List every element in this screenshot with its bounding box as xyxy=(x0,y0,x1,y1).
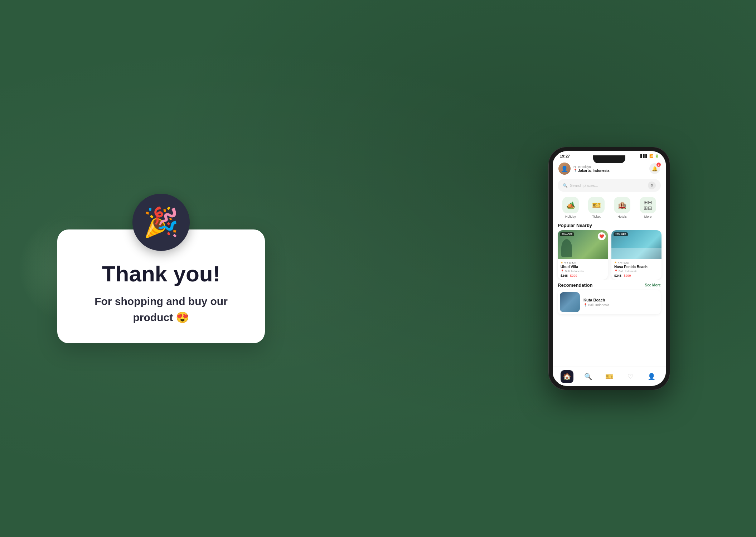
search-filter-icon[interactable]: ⚙ xyxy=(648,182,656,189)
card-price-nusa: $248 $299 xyxy=(614,274,659,277)
nav-favorites[interactable]: ♡ xyxy=(624,370,637,383)
more-label: More xyxy=(644,215,652,218)
party-icon-circle: 🎉 xyxy=(132,194,190,251)
phone-notch xyxy=(593,155,625,163)
ubud-tree-decoration xyxy=(561,239,572,257)
rec-info-kuta: Kuta Beach 📍 Bali, Indonesia xyxy=(583,298,659,307)
discount-badge-nusa: 20% OFF xyxy=(614,232,628,236)
categories: 🏕️ Holiday 🎫 Ticket 🏨 Hotels ⊞⊟⊞⊟ More xyxy=(553,194,666,221)
nav-tickets[interactable]: 🎫 xyxy=(603,370,616,383)
notification-bell[interactable]: 🔔 1 xyxy=(649,163,660,174)
card-rating-nusa: ★ 4.4 (532) xyxy=(614,261,659,264)
phone-screen: 19:27 ▋▋▋ 📶 🔋 👤 Hi, Brooklyn xyxy=(553,151,666,386)
card-ubud-villa[interactable]: 20% OFF ❤️ ★ 4.4 (532) Ubud Villa 📍 xyxy=(558,230,608,280)
more-icon: ⊞⊟⊞⊟ xyxy=(640,197,656,213)
see-more-button[interactable]: See More xyxy=(645,283,661,287)
star-icon-nusa: ★ xyxy=(614,261,617,264)
search-bar[interactable]: 🔍 Search places... ⚙ xyxy=(558,179,661,192)
party-emoji: 🎉 xyxy=(143,205,179,239)
signal-icon: ▋▋▋ xyxy=(640,154,648,158)
star-icon: ★ xyxy=(561,261,563,264)
card-info-ubud: ★ 4.4 (532) Ubud Villa 📍 Bali, Indonesia… xyxy=(558,259,608,280)
greeting-text: Hi, Brooklyn xyxy=(573,165,609,169)
card-nusa-penida[interactable]: 20% OFF ★ 4.4 (532) Nusa Penida Beach 📍 xyxy=(611,230,662,280)
battery-icon: 🔋 xyxy=(655,154,659,158)
thank-you-section: 🎉 Thank you! For shopping and buy our pr… xyxy=(57,194,265,343)
popular-nearby-title: Popular Nearby xyxy=(553,221,666,230)
card-original-price-ubud: $299 xyxy=(570,274,577,277)
nav-home[interactable]: 🏠 xyxy=(561,370,573,383)
category-more[interactable]: ⊞⊟⊞⊟ More xyxy=(640,197,656,218)
hotels-label: Hotels xyxy=(617,215,627,218)
discount-badge-ubud: 20% OFF xyxy=(560,232,574,236)
card-name-nusa: Nusa Penida Beach xyxy=(614,265,659,269)
ticket-icon: 🎫 xyxy=(588,197,605,213)
category-hotels[interactable]: 🏨 Hotels xyxy=(614,197,630,218)
wifi-icon: 📶 xyxy=(649,154,653,158)
status-icons: ▋▋▋ 📶 🔋 xyxy=(640,154,659,158)
holiday-icon: 🏕️ xyxy=(562,197,579,213)
recommendation-card-kuta[interactable]: Kuta Beach 📍 Bali, Indonesia xyxy=(558,290,661,314)
notification-badge: 1 xyxy=(656,163,661,167)
pin-icon-ubud: 📍 xyxy=(561,270,564,273)
card-image-nusa: 20% OFF xyxy=(611,230,662,259)
bottom-navigation: 🏠 🔍 🎫 ♡ 👤 xyxy=(553,367,666,386)
nusa-water-decoration xyxy=(611,248,662,259)
rec-name-kuta: Kuta Beach xyxy=(583,298,659,302)
favorite-button-ubud[interactable]: ❤️ xyxy=(598,232,606,240)
recommendation-title: Recomendation xyxy=(558,282,593,288)
nav-explore[interactable]: 🔍 xyxy=(582,370,595,383)
phone-section: 19:27 ▋▋▋ 📶 🔋 👤 Hi, Brooklyn xyxy=(548,147,670,390)
card-location-ubud: 📍 Bali, Indonesia xyxy=(561,270,605,273)
avatar: 👤 xyxy=(558,163,571,175)
rec-location-kuta: 📍 Bali, Indonesia xyxy=(583,303,659,307)
header-text: Hi, Brooklyn 📍 Jakarta, Indonesia xyxy=(573,165,609,173)
search-placeholder: Search places... xyxy=(570,183,646,188)
holiday-label: Holiday xyxy=(565,215,576,218)
category-holiday[interactable]: 🏕️ Holiday xyxy=(562,197,579,218)
search-icon: 🔍 xyxy=(563,183,568,188)
card-info-nusa: ★ 4.4 (532) Nusa Penida Beach 📍 Bali, In… xyxy=(611,259,662,280)
ticket-label: Ticket xyxy=(592,215,601,218)
pin-icon-nusa: 📍 xyxy=(614,270,618,273)
card-rating-ubud: ★ 4.4 (532) xyxy=(561,261,605,264)
phone-frame: 19:27 ▋▋▋ 📶 🔋 👤 Hi, Brooklyn xyxy=(548,147,670,390)
card-image-ubud: 20% OFF ❤️ xyxy=(558,230,608,259)
thank-you-subtitle: For shopping and buy our product 😍 xyxy=(79,293,243,325)
pin-icon-kuta: 📍 xyxy=(583,303,587,307)
header-left: 👤 Hi, Brooklyn 📍 Jakarta, Indonesia xyxy=(558,163,609,175)
location-text: 📍 Jakarta, Indonesia xyxy=(573,169,609,173)
app-content: 👤 Hi, Brooklyn 📍 Jakarta, Indonesia 🔔 1 xyxy=(553,160,666,384)
hotels-icon: 🏨 xyxy=(614,197,630,213)
card-location-nusa: 📍 Bali, Indonesia xyxy=(614,270,659,273)
category-ticket[interactable]: 🎫 Ticket xyxy=(588,197,605,218)
nav-profile[interactable]: 👤 xyxy=(645,370,658,383)
recommendation-header: Recomendation See More xyxy=(553,280,666,290)
status-time: 19:27 xyxy=(560,154,570,158)
card-original-price-nusa: $299 xyxy=(624,274,631,277)
rec-image-kuta xyxy=(560,292,580,312)
location-pin-icon: 📍 xyxy=(573,169,577,172)
thank-you-title: Thank you! xyxy=(79,262,243,286)
popular-nearby-cards: 20% OFF ❤️ ★ 4.4 (532) Ubud Villa 📍 xyxy=(553,230,666,280)
card-price-ubud: $248 $299 xyxy=(561,274,605,277)
card-name-ubud: Ubud Villa xyxy=(561,265,605,269)
